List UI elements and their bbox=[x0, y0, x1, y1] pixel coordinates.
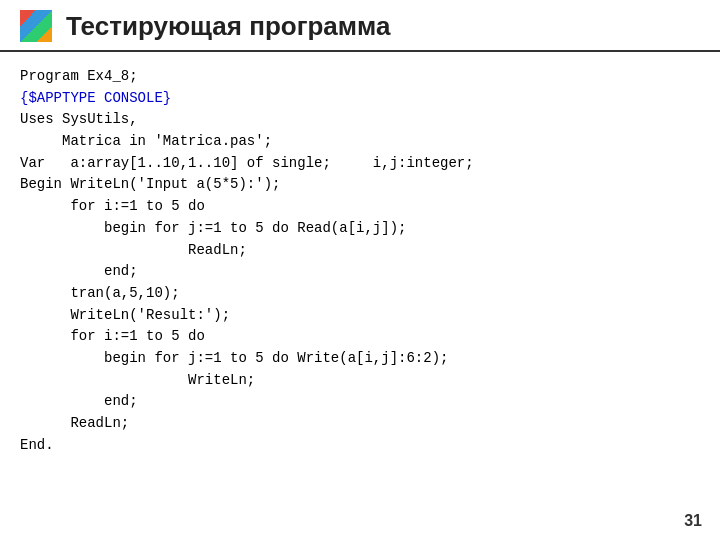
code-line-2: {$APPTYPE CONSOLE} bbox=[20, 88, 700, 110]
code-line-3: Uses SysUtils, bbox=[20, 109, 700, 131]
code-line-16: end; bbox=[20, 391, 700, 413]
code-line-13: for i:=1 to 5 do bbox=[20, 326, 700, 348]
page-title: Тестирующая программа bbox=[66, 11, 390, 42]
code-line-1: Program Ex4_8; bbox=[20, 66, 700, 88]
code-line-15: WriteLn; bbox=[20, 370, 700, 392]
colored-square-icon bbox=[20, 10, 52, 42]
code-line-5: Var a:array[1..10,1..10] of single; i,j:… bbox=[20, 153, 700, 175]
code-line-10: end; bbox=[20, 261, 700, 283]
code-line-4: Matrica in 'Matrica.pas'; bbox=[20, 131, 700, 153]
code-area: Program Ex4_8; {$APPTYPE CONSOLE} Uses S… bbox=[0, 62, 720, 466]
code-line-6: Begin WriteLn('Input a(5*5):'); bbox=[20, 174, 700, 196]
title-bar: Тестирующая программа bbox=[0, 0, 720, 52]
code-line-11: tran(a,5,10); bbox=[20, 283, 700, 305]
page-number: 31 bbox=[684, 512, 702, 530]
code-line-8: begin for j:=1 to 5 do Read(a[i,j]); bbox=[20, 218, 700, 240]
code-line-14: begin for j:=1 to 5 do Write(a[i,j]:6:2)… bbox=[20, 348, 700, 370]
code-line-12: WriteLn('Result:'); bbox=[20, 305, 700, 327]
code-line-7: for i:=1 to 5 do bbox=[20, 196, 700, 218]
code-line-9: ReadLn; bbox=[20, 240, 700, 262]
code-line-18: End. bbox=[20, 435, 700, 457]
code-line-17: ReadLn; bbox=[20, 413, 700, 435]
page-container: Тестирующая программа Program Ex4_8; {$A… bbox=[0, 0, 720, 540]
